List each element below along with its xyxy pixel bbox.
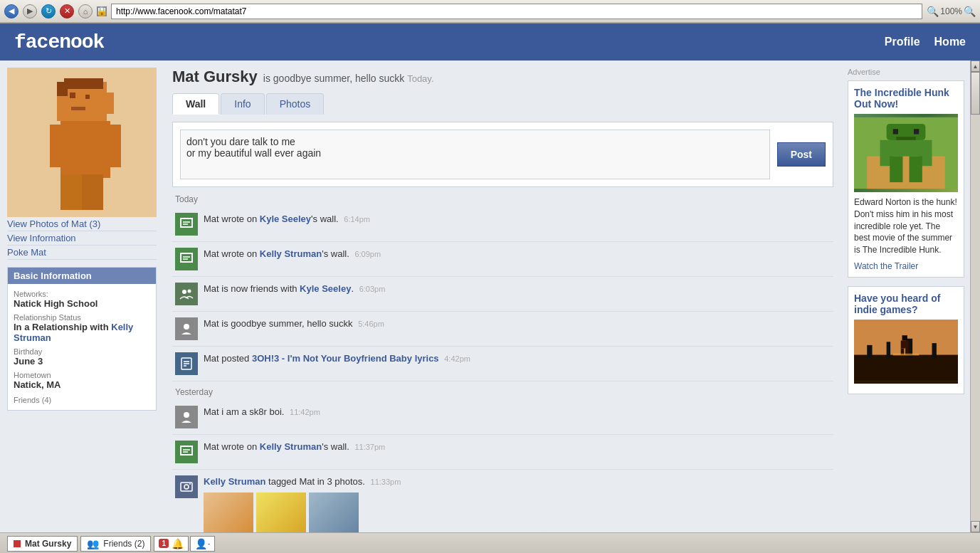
svg-point-22	[184, 324, 189, 330]
tab-wall[interactable]: Wall	[172, 93, 219, 115]
friends-count: Friends (2)	[103, 539, 144, 549]
ad-hulk-title: The Incredible Hunk Out Now!	[854, 87, 958, 110]
relationship-value: In a Relationship with Kelly Struman	[14, 322, 150, 343]
feed-time-2: 6:09pm	[354, 250, 381, 258]
feed-item-4: Mat is goodbye summer, hello suckk 5:46p…	[172, 312, 833, 347]
photo-thumb-2[interactable]	[256, 493, 306, 532]
feed-link-song[interactable]: 3OH!3 - I'm Not Your Boyfriend Baby lyri…	[252, 353, 439, 364]
ad-hulk-image[interactable]	[854, 114, 958, 192]
online-indicator	[14, 540, 21, 547]
feed-item-8: Kelly Struman tagged Mat in 3 photos. 11…	[172, 470, 833, 532]
svg-rect-43	[914, 129, 919, 134]
feed-link-kyle[interactable]: Kyle Seeley	[260, 214, 311, 224]
feed-item-2: Mat wrote on Kelly Struman's wall. 6:09p…	[172, 242, 833, 277]
photo-thumb-1[interactable]	[204, 493, 253, 532]
svg-rect-44	[896, 137, 915, 140]
zoom-out-icon[interactable]: 🔍	[927, 6, 939, 17]
add-friend-icon: 👤	[195, 538, 207, 549]
security-icon: 🔒	[97, 6, 107, 16]
refresh-button[interactable]: ↻	[41, 4, 56, 19]
hometown-label: Hometown	[14, 371, 150, 379]
profile-nav-link[interactable]: Profile	[885, 36, 920, 48]
svg-rect-35	[867, 157, 945, 189]
zoom-in-icon[interactable]: 🔍	[964, 6, 976, 17]
feed-link-kyle-2[interactable]: Kyle Seeley	[300, 283, 351, 294]
yesterday-label: Yesterday	[172, 387, 833, 397]
back-button[interactable]: ◀	[4, 4, 19, 19]
photo-thumb-3[interactable]	[309, 493, 359, 532]
profile-status-date: Today.	[407, 73, 433, 84]
ad-hulk: The Incredible Hunk Out Now!	[848, 80, 964, 278]
svg-rect-55	[893, 354, 920, 356]
post-box: don't you dare talk to me or my beautifu…	[172, 122, 833, 187]
notification-badge: 1	[159, 539, 169, 548]
relationship-label: Relationship Status	[14, 313, 150, 322]
status-notification: 1 🔔 👤 -	[154, 536, 215, 552]
notification-icon-area[interactable]: 1 🔔	[154, 536, 189, 552]
scrollbar: ▲ ▼	[970, 60, 980, 532]
basic-info-title: Basic Information	[8, 268, 156, 284]
ad-indie-image[interactable]	[854, 320, 958, 384]
feed-text-1: Mat wrote on Kyle Seeley's wall. 6:14pm	[204, 213, 370, 226]
forward-button[interactable]: ▶	[23, 4, 37, 19]
tab-info[interactable]: Info	[221, 93, 264, 115]
svg-rect-41	[910, 157, 922, 183]
feed-text-3: Mat is now friends with Kyle Seeley. 6:0…	[204, 283, 385, 295]
scroll-thumb[interactable]	[971, 72, 980, 115]
status-user-area[interactable]: Mat Gursky	[7, 536, 78, 552]
svg-rect-50	[932, 343, 937, 358]
feed-text-6: Mat i am a sk8r boi. 11:42pm	[204, 406, 320, 418]
feed-link-kelly-1[interactable]: Kelly Struman	[260, 248, 322, 259]
svg-rect-12	[64, 78, 103, 89]
feed-time-3: 6:03pm	[359, 285, 386, 293]
svg-rect-40	[890, 157, 902, 183]
svg-rect-48	[887, 342, 890, 358]
left-sidebar: View Photos of Mat (3) View Information …	[0, 60, 164, 532]
svg-rect-28	[181, 446, 192, 455]
svg-point-33	[189, 483, 191, 485]
basic-info-box: Basic Information Networks: Natick High …	[7, 267, 157, 411]
post-button[interactable]: Post	[777, 142, 826, 167]
ad-indie-title: Have you heard of indie games?	[854, 293, 958, 315]
feed-time-7: 11:37pm	[354, 443, 385, 451]
view-photos-link[interactable]: View Photos of Mat (3)	[7, 217, 157, 231]
browser-toolbar: ◀ ▶ ↻ ✕ ⌂ 🔒 🔍 100% 🔍	[0, 0, 980, 23]
stop-button[interactable]: ✕	[60, 4, 74, 19]
svg-point-21	[188, 290, 191, 293]
feed-time-6: 11:42pm	[290, 408, 320, 416]
feed-link-kelly-3[interactable]: Kelly Struman	[204, 476, 265, 487]
feed-time-8: 11:33pm	[371, 478, 401, 486]
svg-rect-8	[82, 174, 103, 210]
svg-rect-10	[85, 95, 90, 99]
feed-link-kelly-2[interactable]: Kelly Struman	[260, 441, 322, 452]
birthday-label: Birthday	[14, 347, 150, 356]
svg-rect-13	[57, 82, 68, 96]
svg-point-20	[182, 290, 186, 294]
wall-write-icon-1	[175, 213, 198, 236]
status-bar: Mat Gursky 👥 Friends (2) 1 🔔 👤 -	[0, 532, 980, 553]
tab-photos[interactable]: Photos	[266, 93, 325, 115]
svg-rect-42	[893, 129, 898, 134]
scroll-track	[971, 72, 980, 521]
home-button[interactable]: ⌂	[78, 4, 93, 19]
user-add-icon[interactable]: 👤 -	[190, 536, 215, 552]
poke-link[interactable]: Poke Mat	[7, 246, 157, 260]
feed-photos	[204, 493, 401, 532]
view-information-link[interactable]: View Information	[7, 231, 157, 246]
zoom-control: 🔍 100% 🔍	[927, 6, 976, 17]
svg-rect-5	[50, 125, 64, 167]
home-nav-link[interactable]: Home	[934, 36, 966, 48]
header-nav: Profile Home	[885, 36, 966, 48]
feed-time-1: 6:14pm	[344, 215, 370, 223]
svg-rect-9	[70, 93, 75, 98]
address-bar[interactable]	[111, 4, 922, 19]
advertise-label: Advertise	[848, 68, 964, 76]
scroll-down-button[interactable]: ▼	[971, 521, 980, 532]
status-friends-area[interactable]: 👥 Friends (2)	[80, 536, 151, 552]
svg-rect-7	[60, 174, 82, 210]
scroll-up-button[interactable]: ▲	[971, 60, 980, 72]
site-logo: facenook	[14, 31, 104, 53]
svg-rect-4	[60, 121, 110, 178]
post-textarea[interactable]: don't you dare talk to me or my beautifu…	[180, 130, 770, 179]
watch-trailer-link[interactable]: Watch the Trailer	[854, 261, 918, 271]
